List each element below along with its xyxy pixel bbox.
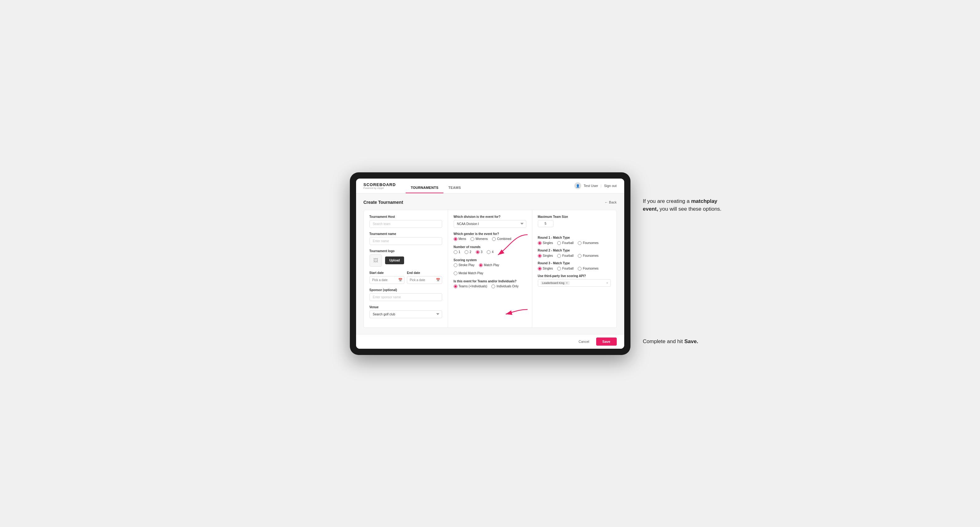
tablet-frame: SCOREBOARD Powered by clippit TOURNAMENT… xyxy=(350,172,630,355)
teams-label: Is this event for Teams and/or Individua… xyxy=(454,279,526,283)
scoring-stroke-label: Stroke Play xyxy=(459,264,474,267)
scoring-match-radio[interactable] xyxy=(479,264,483,267)
scoring-match[interactable]: Match Play xyxy=(479,264,499,267)
signout-button[interactable]: Sign out xyxy=(604,184,616,187)
annotation-save: Complete and hit Save. xyxy=(643,338,730,346)
gender-mens[interactable]: Mens xyxy=(454,237,466,241)
form-col-2: Which division is the event for? NCAA Di… xyxy=(448,210,532,327)
round3-label: Round 3 - Match Type xyxy=(538,262,611,265)
gender-combined-radio[interactable] xyxy=(492,237,496,241)
gender-label: Which gender is the event for? xyxy=(454,232,526,236)
tournament-logo-label: Tournament logo xyxy=(369,249,442,253)
tournament-name-input[interactable] xyxy=(369,237,442,245)
round2-foursomes[interactable]: Foursomes xyxy=(578,254,598,258)
round2-singles-radio[interactable] xyxy=(538,254,542,258)
max-team-size-label: Maximum Team Size xyxy=(538,215,611,219)
teams-both-radio[interactable] xyxy=(454,284,457,288)
form-col-1: Tournament Host Tournament name Tourname… xyxy=(364,210,448,327)
rounds-3[interactable]: 3 xyxy=(476,250,483,254)
round2-foursomes-label: Foursomes xyxy=(583,254,598,257)
max-team-size-input[interactable] xyxy=(538,220,554,227)
sponsor-group: Sponsor (optional) xyxy=(369,288,442,301)
logo-area: SCOREBOARD Powered by clippit xyxy=(364,182,396,189)
round3-match-type: Round 3 - Match Type Singles Fourball xyxy=(538,262,611,270)
round1-foursomes[interactable]: Foursomes xyxy=(578,241,598,245)
page-header: Create Tournament ← Back xyxy=(364,200,617,205)
logo-placeholder: 🖼 xyxy=(369,254,382,267)
rounds-group: Number of rounds 1 2 xyxy=(454,245,526,254)
tournament-host-input[interactable] xyxy=(369,220,442,228)
tournament-logo-group: Tournament logo 🖼 Upload xyxy=(369,249,442,267)
gender-womens-label: Womens xyxy=(476,237,488,241)
tournament-host-group: Tournament Host xyxy=(369,215,442,228)
page-title: Create Tournament xyxy=(364,200,403,205)
gender-combined[interactable]: Combined xyxy=(492,237,511,241)
gender-womens-radio[interactable] xyxy=(471,237,474,241)
rounds-4[interactable]: 4 xyxy=(487,250,493,254)
username: Test User xyxy=(584,184,598,187)
round3-foursomes-radio[interactable] xyxy=(578,267,582,270)
round3-fourball-radio[interactable] xyxy=(557,267,561,270)
round3-foursomes[interactable]: Foursomes xyxy=(578,267,598,270)
upload-button[interactable]: Upload xyxy=(385,257,404,264)
round2-foursomes-radio[interactable] xyxy=(578,254,582,258)
scoring-stroke[interactable]: Stroke Play xyxy=(454,264,474,267)
scoring-stroke-radio[interactable] xyxy=(454,264,457,267)
gender-radio-group: Mens Womens Combined xyxy=(454,237,526,241)
round1-singles[interactable]: Singles xyxy=(538,241,553,245)
round3-singles-radio[interactable] xyxy=(538,267,542,270)
rounds-3-radio[interactable] xyxy=(476,250,480,254)
date-row: Start date 📅 End date 📅 xyxy=(369,271,442,284)
division-select[interactable]: NCAA Division I NCAA Division II NCAA Di… xyxy=(454,220,526,228)
calendar-icon-2: 📅 xyxy=(436,278,440,282)
rounds-2[interactable]: 2 xyxy=(465,250,471,254)
rounds-1-label: 1 xyxy=(459,250,461,254)
division-label: Which division is the event for? xyxy=(454,215,526,219)
round2-singles[interactable]: Singles xyxy=(538,254,553,258)
rounds-2-radio[interactable] xyxy=(465,250,468,254)
tab-teams[interactable]: TEAMS xyxy=(443,186,466,193)
gender-womens[interactable]: Womens xyxy=(471,237,488,241)
rounds-4-radio[interactable] xyxy=(487,250,490,254)
api-tag: Leaderboard King ✕ xyxy=(541,281,570,285)
round3-singles-label: Singles xyxy=(543,267,553,270)
rounds-3-label: 3 xyxy=(481,250,483,254)
nav-tabs: TOURNAMENTS TEAMS xyxy=(406,179,466,193)
round3-fourball[interactable]: Fourball xyxy=(557,267,573,270)
teams-individuals[interactable]: Individuals Only xyxy=(492,284,519,288)
tournament-host-label: Tournament Host xyxy=(369,215,442,219)
round1-singles-label: Singles xyxy=(543,241,553,244)
cancel-button[interactable]: Cancel xyxy=(575,338,593,346)
start-date-wrapper: 📅 xyxy=(369,276,405,284)
start-date-group: Start date 📅 xyxy=(369,271,405,284)
teams-individuals-label: Individuals Only xyxy=(496,284,519,288)
save-button[interactable]: Save xyxy=(596,338,617,346)
round3-singles[interactable]: Singles xyxy=(538,267,553,270)
round2-fourball-label: Fourball xyxy=(562,254,573,257)
api-tag-label: Leaderboard King xyxy=(542,281,565,284)
round2-fourball[interactable]: Fourball xyxy=(557,254,573,258)
teams-individuals-radio[interactable] xyxy=(492,284,495,288)
form-col-3: Maximum Team Size Round 1 - Match Type S… xyxy=(532,210,616,327)
scoring-medal[interactable]: Medal Match Play xyxy=(454,271,483,275)
venue-select[interactable]: Search golf club xyxy=(369,310,442,318)
rounds-1[interactable]: 1 xyxy=(454,250,461,254)
round2-label: Round 2 - Match Type xyxy=(538,249,611,252)
annotation-matchplay-bold: matchplay event, xyxy=(643,198,718,212)
round1-fourball[interactable]: Fourball xyxy=(557,241,573,245)
gender-mens-radio[interactable] xyxy=(454,237,457,241)
teams-both[interactable]: Teams (+Individuals) xyxy=(454,284,487,288)
scoring-medal-radio[interactable] xyxy=(454,271,457,275)
rounds-1-radio[interactable] xyxy=(454,250,457,254)
round1-fourball-label: Fourball xyxy=(562,241,573,244)
round1-fourball-radio[interactable] xyxy=(557,241,561,245)
back-button[interactable]: ← Back xyxy=(605,200,617,204)
api-close-icon[interactable]: ✕ xyxy=(566,281,568,284)
sponsor-input[interactable] xyxy=(369,293,442,301)
tab-tournaments[interactable]: TOURNAMENTS xyxy=(406,186,443,193)
round1-foursomes-radio[interactable] xyxy=(578,241,582,245)
api-select-box[interactable]: Leaderboard King ✕ ▾ xyxy=(538,279,611,287)
round2-fourball-radio[interactable] xyxy=(557,254,561,258)
round1-singles-radio[interactable] xyxy=(538,241,542,245)
tablet-screen: SCOREBOARD Powered by clippit TOURNAMENT… xyxy=(356,179,624,349)
